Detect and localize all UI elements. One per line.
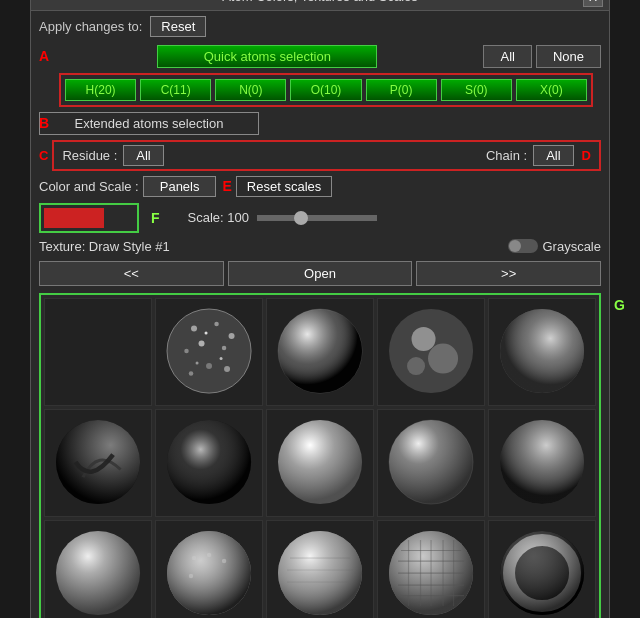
texture-label: Texture: Draw Style #1: [39, 239, 170, 254]
residue-all-button[interactable]: All: [123, 145, 163, 166]
svg-point-28: [389, 420, 473, 504]
texture-cell-3-5[interactable]: [488, 520, 596, 619]
scale-label: Scale: 100: [188, 210, 249, 225]
svg-point-6: [198, 341, 204, 347]
texture-grid-outer: [39, 293, 601, 619]
texture-cell-1-1[interactable]: [44, 298, 152, 406]
label-g: G: [614, 297, 625, 313]
close-button[interactable]: X: [583, 0, 603, 7]
none-button[interactable]: None: [536, 45, 601, 68]
texture-cell-1-5[interactable]: [488, 298, 596, 406]
svg-point-9: [189, 372, 194, 377]
color-swatch-container[interactable]: [39, 203, 139, 233]
window-title: Atom Colors, Textures and Scales: [222, 0, 418, 4]
grayscale-row: Grayscale: [508, 239, 601, 254]
texture-row: Texture: Draw Style #1 Grayscale: [31, 236, 609, 257]
atom-s-button[interactable]: S(0): [441, 79, 512, 101]
scale-slider[interactable]: [257, 215, 377, 221]
label-f: F: [151, 210, 160, 226]
title-bar: Atom Colors, Textures and Scales X: [31, 0, 609, 11]
color-swatch: [44, 208, 104, 228]
atom-n-button[interactable]: N(0): [215, 79, 286, 101]
all-none-row: All None: [483, 45, 601, 68]
reset-scales-button[interactable]: Reset scales: [236, 176, 332, 197]
svg-point-7: [222, 346, 227, 351]
residue-label: Residue :: [62, 148, 117, 163]
atom-o-button[interactable]: O(10): [290, 79, 361, 101]
prev-button[interactable]: <<: [39, 261, 224, 286]
texture-cell-2-5[interactable]: [488, 409, 596, 517]
texture-grid-wrapper: G: [31, 293, 609, 619]
svg-point-27: [278, 420, 362, 504]
all-button[interactable]: All: [483, 45, 531, 68]
apply-label: Apply changes to:: [39, 19, 142, 34]
open-button[interactable]: Open: [228, 261, 413, 286]
chain-label: Chain :: [486, 148, 527, 163]
svg-point-40: [278, 531, 362, 615]
svg-point-4: [229, 333, 235, 339]
apply-row: Apply changes to: Reset: [31, 11, 609, 42]
reset-button[interactable]: Reset: [150, 16, 206, 37]
next-button[interactable]: >>: [416, 261, 601, 286]
main-window: Atom Colors, Textures and Scales X Apply…: [30, 0, 610, 618]
svg-point-34: [167, 531, 251, 615]
quick-selection-button[interactable]: Quick atoms selection: [157, 45, 377, 68]
svg-point-5: [184, 349, 189, 354]
texture-cell-3-2[interactable]: [155, 520, 263, 619]
svg-point-22: [500, 309, 584, 393]
texture-cell-2-3[interactable]: [266, 409, 374, 517]
svg-point-3: [214, 322, 219, 327]
svg-point-19: [428, 344, 458, 374]
texture-grid: [44, 298, 596, 619]
texture-cell-3-3[interactable]: [266, 520, 374, 619]
label-d: D: [582, 148, 591, 163]
svg-point-11: [204, 332, 207, 335]
atom-h-button[interactable]: H(20): [65, 79, 136, 101]
grayscale-label: Grayscale: [542, 239, 601, 254]
svg-point-36: [207, 553, 212, 558]
residue-chain-row: Residue : All Chain : All D: [52, 140, 601, 171]
texture-cell-3-4[interactable]: [377, 520, 485, 619]
grayscale-toggle[interactable]: [508, 239, 538, 253]
texture-cell-1-3[interactable]: [266, 298, 374, 406]
atom-x-button[interactable]: X(0): [516, 79, 587, 101]
atom-c-button[interactable]: C(11): [140, 79, 211, 101]
label-c: C: [39, 148, 48, 163]
nav-row: << Open >>: [31, 257, 609, 290]
texture-cell-1-4[interactable]: [377, 298, 485, 406]
chain-all-button[interactable]: All: [533, 145, 573, 166]
svg-point-13: [195, 362, 198, 365]
atom-p-button[interactable]: P(0): [366, 79, 437, 101]
atom-buttons-row: H(20) C(11) N(0) O(10) P(0) S(0) X(0): [59, 73, 593, 107]
label-a: A: [39, 48, 49, 64]
svg-point-8: [206, 364, 212, 370]
label-e: E: [222, 178, 231, 194]
svg-point-18: [411, 327, 435, 351]
panels-button[interactable]: Panels: [143, 176, 217, 197]
texture-cell-3-1[interactable]: [44, 520, 152, 619]
texture-cell-2-4[interactable]: [377, 409, 485, 517]
svg-point-59: [500, 531, 584, 615]
svg-point-31: [500, 420, 584, 504]
color-scale-label: Color and Scale :: [39, 179, 139, 194]
svg-point-0: [167, 309, 251, 393]
scale-section: Scale: 100: [188, 210, 377, 225]
label-b: B: [39, 115, 49, 131]
texture-cell-2-2[interactable]: [155, 409, 263, 517]
svg-point-38: [189, 574, 194, 579]
color-scale-row: Color and Scale : Panels E Reset scales: [31, 173, 609, 200]
extended-selection-button[interactable]: Extended atoms selection: [39, 112, 259, 135]
svg-point-12: [220, 358, 223, 361]
svg-point-2: [191, 326, 197, 332]
svg-point-16: [278, 309, 362, 393]
svg-point-35: [192, 556, 197, 561]
color-swatch-scale-row: F Scale: 100: [31, 200, 609, 236]
svg-point-37: [222, 559, 227, 564]
svg-point-32: [56, 531, 140, 615]
svg-point-10: [224, 367, 230, 373]
svg-point-20: [407, 358, 425, 376]
quick-selection-row: A Quick atoms selection All None: [31, 42, 609, 71]
extended-row: B Extended atoms selection: [31, 109, 609, 138]
texture-cell-1-2[interactable]: [155, 298, 263, 406]
texture-cell-2-1[interactable]: [44, 409, 152, 517]
